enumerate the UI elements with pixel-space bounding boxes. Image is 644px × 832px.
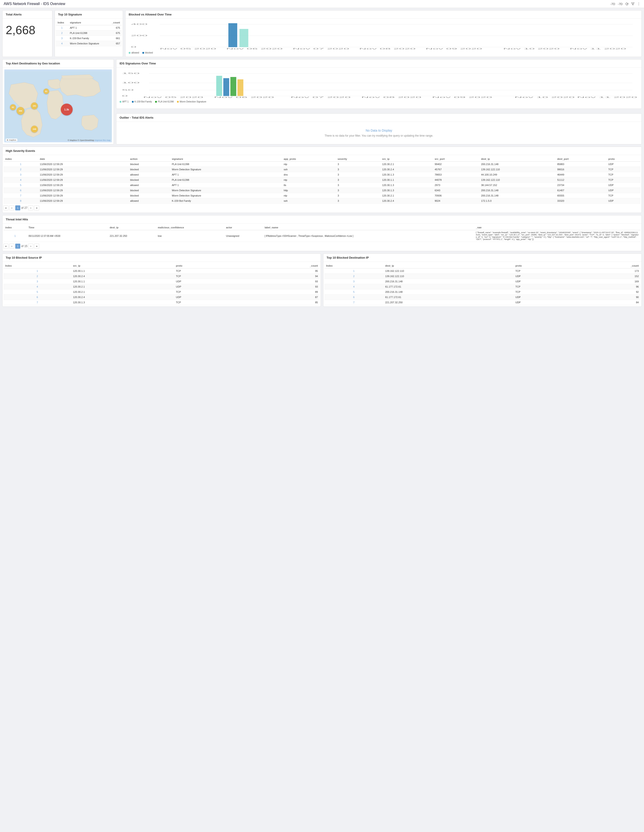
bd-count: 90: [572, 294, 641, 300]
top10-signature: Worm Detection Signature: [68, 41, 108, 46]
svg-point-0: [639, 3, 639, 3]
ti-current-page[interactable]: 1: [15, 244, 20, 249]
ids-legend-worm-dot: [177, 101, 179, 103]
blocked-dest-body: Index dest_ip proto _count 1 139.162.122…: [324, 262, 641, 307]
bs-index: 6: [3, 294, 71, 300]
improve-map-link[interactable]: Improve this map: [95, 139, 111, 141]
hs-srcip: 120.30.1.3: [380, 172, 433, 178]
hs-action: allowed: [128, 198, 170, 203]
hs-srcip: 120.30.2.4: [380, 167, 433, 172]
hs-prev-page[interactable]: ‹: [10, 205, 14, 210]
ti-prev-page[interactable]: ‹: [10, 244, 14, 249]
ids-legend-worm-label: Worm Detection Signature: [180, 101, 206, 103]
blocked-dest-panel: Top 10 Blocked Destination IP Index dest…: [323, 253, 642, 307]
hs-row: 3 11/06/2020 12:59:29 allowed APT 1 dns …: [3, 172, 641, 178]
bs-proto: UDP: [174, 294, 241, 300]
ti-first-page[interactable]: «: [3, 244, 8, 249]
hs-index: 6: [3, 188, 38, 193]
hs-srcport: 2973: [433, 182, 479, 188]
ti-actor: Unassigned: [224, 230, 263, 242]
hs-srcport: 78653: [433, 172, 479, 178]
hs-current-page[interactable]: 1: [15, 205, 20, 210]
ti-time: 06/11/2020 12:37:00 AM +0530: [27, 230, 108, 242]
ti-next-page[interactable]: ›: [28, 244, 33, 249]
hs-proto: UDP: [606, 162, 641, 167]
high-severity-panel: High Severity Events index date action s…: [2, 147, 642, 213]
hs-destip: 139.162.122.110: [479, 167, 556, 172]
hs-sig: Worm Detection Signature: [170, 167, 282, 172]
time-range-display[interactable]: -7D: [610, 2, 615, 6]
ti-pagination: « ‹ 1 of 15 › »: [3, 242, 641, 250]
hs-next-page[interactable]: ›: [28, 205, 33, 210]
bs-row: 4 120.30.2.1 UDP 93: [3, 284, 320, 290]
bs-ip: 120.30.1.3: [71, 300, 174, 305]
map-bubble-b5[interactable]: 1.3k: [61, 104, 73, 115]
svg-rect-9: [228, 23, 237, 47]
hs-sev: 3: [336, 167, 380, 172]
hs-srcport: 70936: [433, 193, 479, 198]
top10-index: 1: [56, 25, 68, 30]
ids-legend-apt1: APT 1: [120, 101, 129, 103]
top10-index: 4: [56, 41, 68, 46]
svg-text:Nov 08 2020: Nov 08 2020: [359, 48, 416, 50]
hs-destip: 172.1.5.0: [479, 198, 556, 203]
bd-ip: 221.207.32.250: [383, 300, 514, 305]
hs-app: ssh: [282, 167, 336, 172]
bd-count: 92: [572, 290, 641, 294]
refresh-icon[interactable]: [625, 2, 628, 5]
hs-destport: 61407: [556, 188, 606, 193]
ids-signatures-panel: IDS Signatures Over Time 150 100 50 0: [116, 59, 642, 109]
hs-destport: 33320: [556, 198, 606, 203]
bd-row: 1 139.162.122.110 TCP 173: [324, 269, 641, 274]
hs-sev: 3: [336, 172, 380, 178]
top10-signature: APT 1: [68, 25, 108, 30]
map-bubble-b2[interactable]: 388: [17, 107, 24, 115]
svg-text:Nov 07 2020: Nov 07 2020: [291, 96, 351, 98]
bs-row: 1 120.30.1.1 TCP 95: [3, 269, 320, 274]
hs-col-srcport: src_port: [433, 157, 479, 162]
map-bubble-b6[interactable]: 248: [31, 126, 38, 133]
map-bubble-b3[interactable]: 181: [31, 102, 38, 109]
hs-app: ntp: [282, 162, 336, 167]
second-row: Top Alert Destinations by Geo location: [2, 59, 642, 147]
bd-count: 96: [572, 284, 641, 290]
bs-count: 95: [241, 269, 320, 274]
ti-last-page[interactable]: »: [34, 244, 39, 249]
ti-row: 1 06/11/2020 12:37:00 AM +0530 221.207.3…: [3, 230, 641, 242]
bs-row: 3 120.30.1.1 UDP 93: [3, 279, 320, 284]
bs-index: 3: [3, 279, 71, 284]
hs-proto: TCP: [606, 172, 641, 178]
bd-row: 5 200.216.31.148 TCP 92: [324, 290, 641, 294]
blocked-dest-title: Top 10 Blocked Destination IP: [324, 254, 641, 262]
hs-index: 7: [3, 193, 38, 198]
hs-srcip: 120.30.2.1: [380, 193, 433, 198]
hs-row: 7 11/06/2020 12:59:29 blocked Worm Detec…: [3, 193, 641, 198]
hs-index: 4: [3, 178, 38, 182]
menu-icon[interactable]: [637, 2, 640, 5]
bs-count: 85: [241, 300, 320, 305]
svg-point-1: [639, 4, 639, 4]
blocked-source-panel: Top 10 Blocked Source IP Index src_ip pr…: [2, 253, 321, 307]
map-bubble-b4[interactable]: 61: [43, 89, 49, 94]
bd-row: 4 61.177.172.61 TCP 96: [324, 284, 641, 290]
hs-col-date: date: [38, 157, 128, 162]
bd-index: 1: [324, 269, 383, 274]
top10-row: 4 Worm Detection Signature 657: [56, 41, 122, 46]
time-range-label[interactable]: -7D: [618, 2, 623, 6]
hs-pagination: « ‹ 1 of 27 › »: [3, 203, 641, 211]
filter-icon[interactable]: [631, 2, 634, 5]
bd-proto: TCP: [514, 290, 572, 294]
top10-count: 675: [108, 30, 122, 36]
ids-legend-apt1-dot: [120, 101, 122, 103]
hs-first-page[interactable]: «: [3, 205, 8, 210]
hs-last-page[interactable]: »: [34, 205, 39, 210]
hs-destip: 200.216.31.148: [479, 188, 556, 193]
hs-sig: K-159 Bot Family: [170, 198, 282, 203]
bs-col-proto: proto: [174, 263, 241, 269]
hs-action: blocked: [128, 188, 170, 193]
openstreetmap-attr: © Mapbox © OpenStreetMap Improve this ma…: [67, 139, 111, 141]
svg-text:Nov 05 2020: Nov 05 2020: [160, 48, 216, 50]
hs-destport: 99016: [556, 167, 606, 172]
hs-sig: Worm Detection Signature: [170, 193, 282, 198]
map-bubble-b1[interactable]: 62: [10, 104, 16, 110]
